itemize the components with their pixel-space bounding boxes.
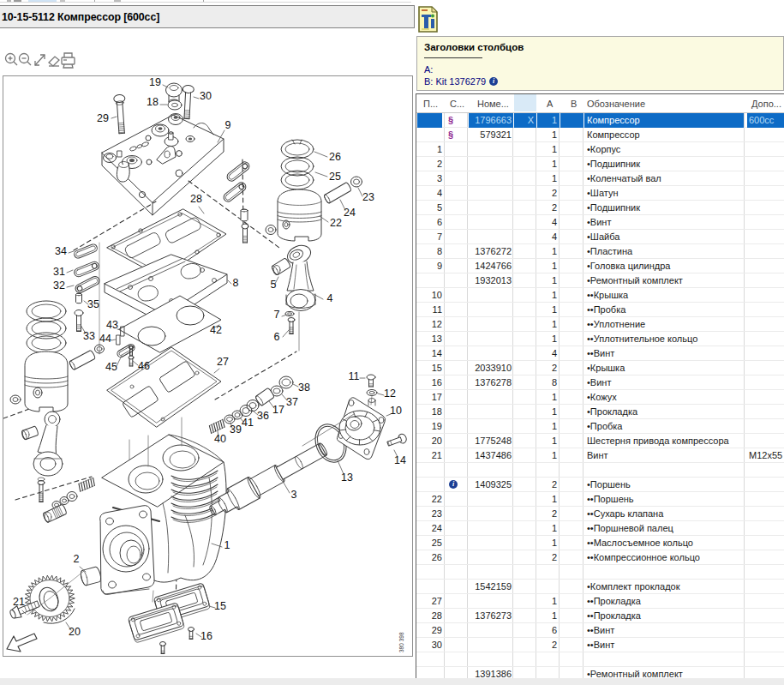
svg-text:11: 11 <box>349 370 360 382</box>
svg-text:24: 24 <box>344 207 356 219</box>
svg-text:10: 10 <box>390 405 402 417</box>
svg-text:42: 42 <box>210 324 222 336</box>
svg-text:1: 1 <box>224 539 230 551</box>
svg-text:37: 37 <box>286 396 298 408</box>
svg-text:21: 21 <box>13 596 25 608</box>
svg-text:39: 39 <box>230 424 242 436</box>
svg-text:17: 17 <box>272 404 284 416</box>
svg-text:44: 44 <box>99 333 111 345</box>
svg-text:41: 41 <box>242 417 254 429</box>
svg-text:23: 23 <box>362 191 374 203</box>
svg-text:7: 7 <box>274 309 280 321</box>
svg-text:30: 30 <box>200 90 212 102</box>
svg-text:22: 22 <box>330 217 342 229</box>
svg-text:3: 3 <box>291 489 297 501</box>
svg-text:8: 8 <box>233 277 239 289</box>
svg-text:45: 45 <box>105 361 117 373</box>
svg-text:25: 25 <box>329 171 341 183</box>
svg-text:31: 31 <box>53 266 65 278</box>
svg-text:43: 43 <box>106 319 118 331</box>
svg-text:40: 40 <box>214 433 226 445</box>
svg-text:26: 26 <box>329 151 341 163</box>
svg-text:12: 12 <box>384 388 396 400</box>
svg-text:20: 20 <box>69 626 81 638</box>
svg-text:380 398: 380 398 <box>398 632 404 652</box>
svg-text:4: 4 <box>327 292 333 304</box>
svg-text:19: 19 <box>149 76 161 88</box>
svg-text:6: 6 <box>274 331 280 343</box>
svg-text:36: 36 <box>257 410 269 422</box>
svg-text:18: 18 <box>147 96 159 108</box>
svg-text:34: 34 <box>55 245 67 257</box>
svg-text:16: 16 <box>200 630 212 642</box>
svg-text:9: 9 <box>225 119 231 131</box>
svg-text:13: 13 <box>341 472 353 484</box>
svg-text:14: 14 <box>394 454 406 466</box>
svg-text:46: 46 <box>138 360 150 372</box>
svg-text:5: 5 <box>271 279 277 291</box>
svg-text:35: 35 <box>87 298 99 310</box>
svg-text:33: 33 <box>83 330 95 342</box>
svg-text:2: 2 <box>74 553 80 565</box>
svg-text:29: 29 <box>97 112 109 124</box>
svg-text:15: 15 <box>214 600 226 612</box>
svg-text:27: 27 <box>217 356 229 368</box>
svg-text:32: 32 <box>53 279 65 291</box>
svg-text:38: 38 <box>298 382 310 394</box>
svg-text:28: 28 <box>190 193 202 205</box>
